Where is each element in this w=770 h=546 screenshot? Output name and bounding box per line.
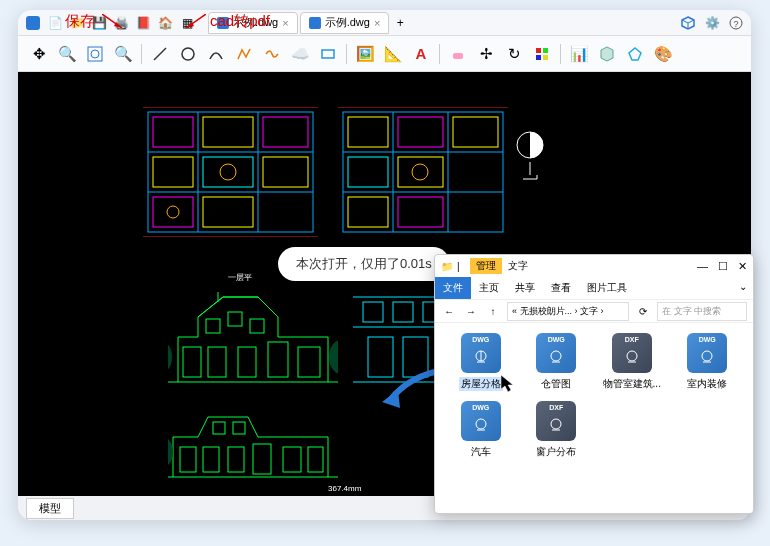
svg-line-6 — [682, 20, 688, 23]
explorer-tab-home[interactable]: 主页 — [471, 277, 507, 299]
toolbar-separator — [141, 44, 142, 64]
home-icon[interactable]: 🏠 — [156, 14, 174, 32]
export-pdf-icon[interactable]: 📕 — [134, 14, 152, 32]
app-logo-icon[interactable] — [24, 14, 42, 32]
explorer-tab-file[interactable]: 文件 — [435, 277, 471, 299]
explorer-category-badge: 管理 — [470, 258, 502, 274]
rotate-tool-icon[interactable]: ↻ — [501, 41, 527, 67]
file-label: 物管室建筑... — [603, 377, 661, 391]
svg-rect-42 — [343, 112, 503, 232]
spline-tool-icon[interactable] — [259, 41, 285, 67]
svg-rect-15 — [322, 50, 334, 58]
tab-close-icon[interactable]: × — [282, 17, 288, 29]
annotation-pdf-label: cad转pdf — [210, 12, 270, 31]
svg-rect-33 — [153, 157, 193, 187]
load-time-toast: 本次打开，仅用了0.01s — [278, 247, 450, 281]
add-tab-icon[interactable]: + — [391, 14, 409, 32]
svg-rect-36 — [153, 197, 193, 227]
compass-icon — [509, 127, 551, 187]
annotation-arrow-icon — [102, 14, 126, 32]
explorer-tab-view[interactable]: 查看 — [543, 277, 579, 299]
dwg-file-icon — [309, 17, 321, 29]
file-label: 仓管图 — [541, 377, 571, 391]
toolbar-separator — [560, 44, 561, 64]
file-item[interactable]: 汽车 — [445, 401, 517, 459]
dwg-file-icon — [687, 333, 727, 373]
cursor-icon — [501, 375, 517, 395]
svg-point-106 — [551, 419, 561, 429]
file-item[interactable]: 物管室建筑... — [596, 333, 668, 391]
svg-rect-50 — [348, 157, 388, 187]
eraser-tool-icon[interactable] — [445, 41, 471, 67]
cube-view-icon[interactable] — [679, 14, 697, 32]
zoom-extents-icon[interactable] — [82, 41, 108, 67]
file-item[interactable]: 仓管图 — [521, 333, 593, 391]
close-icon[interactable]: ✕ — [738, 260, 747, 273]
revcloud-tool-icon[interactable]: ☁️ — [287, 41, 313, 67]
tab-close-icon[interactable]: × — [374, 17, 380, 29]
document-tab[interactable]: 示例.dwg × — [300, 12, 390, 34]
new-file-icon[interactable]: 📄 — [46, 14, 64, 32]
pan-tool-icon[interactable]: ✥ — [26, 41, 52, 67]
minimize-icon[interactable]: — — [697, 260, 708, 273]
palette-icon[interactable]: 🎨 — [650, 41, 676, 67]
svg-point-68 — [329, 339, 338, 375]
refresh-icon[interactable]: ⟳ — [635, 303, 651, 319]
explorer-titlebar: 📁 | 管理 文字 — ☐ ✕ — [435, 255, 753, 277]
ribbon-collapse-icon[interactable]: ⌄ — [733, 277, 753, 299]
svg-rect-37 — [203, 197, 253, 227]
svg-point-91 — [168, 436, 173, 468]
file-item[interactable]: 房屋分格 — [445, 333, 517, 391]
file-item[interactable]: 室内装修 — [672, 333, 744, 391]
svg-rect-86 — [253, 444, 271, 474]
file-label: 汽车 — [471, 445, 491, 459]
explorer-tab-share[interactable]: 共享 — [507, 277, 543, 299]
polygon-tool-icon[interactable] — [622, 41, 648, 67]
help-icon[interactable]: ? — [727, 14, 745, 32]
file-label: 窗户分布 — [536, 445, 576, 459]
file-item[interactable]: 窗户分布 — [521, 401, 593, 459]
explorer-search-input[interactable]: 在 文字 中搜索 — [657, 302, 747, 321]
explorer-tab-picture[interactable]: 图片工具 — [579, 277, 635, 299]
text-tool-icon[interactable]: A — [408, 41, 434, 67]
settings-icon[interactable]: ⚙️ — [703, 14, 721, 32]
svg-point-98 — [551, 351, 561, 361]
svg-rect-58 — [208, 347, 226, 377]
svg-rect-87 — [283, 447, 301, 472]
explorer-address-bar: ← → ↑ « 无损校朗片... › 文字 › ⟳ 在 文字 中搜索 — [435, 299, 753, 323]
maximize-icon[interactable]: ☐ — [718, 260, 728, 273]
svg-point-66 — [168, 339, 172, 375]
svg-rect-89 — [213, 422, 225, 434]
layers-icon[interactable]: 📊 — [566, 41, 592, 67]
explorer-title-text: 文字 — [508, 259, 528, 273]
circle-tool-icon[interactable] — [175, 41, 201, 67]
nav-forward-icon[interactable]: → — [463, 303, 479, 319]
nav-up-icon[interactable]: ↑ — [485, 303, 501, 319]
dimension-tool-icon[interactable]: 📐 — [380, 41, 406, 67]
image-tool-icon[interactable]: 🖼️ — [352, 41, 378, 67]
toolbar-separator — [346, 44, 347, 64]
zoom-out-icon[interactable]: 🔍 — [110, 41, 136, 67]
breadcrumb-path[interactable]: « 无损校朗片... › 文字 › — [507, 302, 629, 321]
svg-rect-57 — [183, 347, 201, 377]
line-tool-icon[interactable] — [147, 41, 173, 67]
model-tab[interactable]: 模型 — [26, 498, 74, 519]
color-tool-icon[interactable] — [529, 41, 555, 67]
svg-point-38 — [220, 164, 236, 180]
floor-label: 一层平 — [228, 272, 252, 283]
nav-back-icon[interactable]: ← — [441, 303, 457, 319]
svg-rect-32 — [263, 117, 308, 147]
dimension-text: 367.4mm — [328, 484, 361, 493]
arc-tool-icon[interactable] — [203, 41, 229, 67]
rectangle-tool-icon[interactable] — [315, 41, 341, 67]
svg-marker-97 — [501, 375, 513, 392]
svg-rect-64 — [250, 319, 264, 333]
zoom-window-icon[interactable]: 🔍 — [54, 41, 80, 67]
menubar: 📄 📁 💾 🖨️ 📕 🏠 ▦ 示例.dwg × 示例.dwg × + ⚙️ ? — [18, 10, 751, 36]
move-tool-icon[interactable]: ✢ — [473, 41, 499, 67]
svg-rect-51 — [398, 157, 443, 187]
box3d-icon[interactable] — [594, 41, 620, 67]
svg-rect-20 — [543, 55, 548, 60]
dxf-file-icon — [536, 401, 576, 441]
polyline-tool-icon[interactable] — [231, 41, 257, 67]
